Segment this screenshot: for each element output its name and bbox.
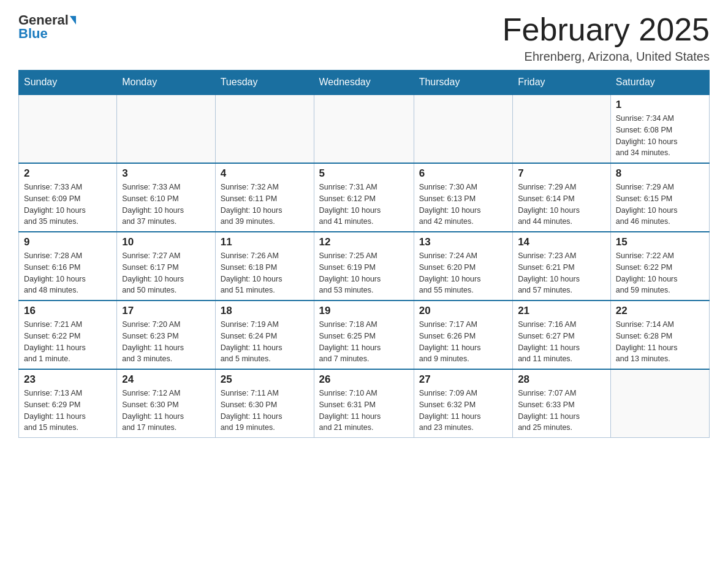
day-info: Sunrise: 7:23 AMSunset: 6:21 PMDaylight:… <box>518 250 605 296</box>
day-number: 3 <box>122 167 210 180</box>
calendar-cell-w5-d6: 28Sunrise: 7:07 AMSunset: 6:33 PMDayligh… <box>513 369 611 438</box>
day-info: Sunrise: 7:30 AMSunset: 6:13 PMDaylight:… <box>419 182 507 228</box>
logo: General Blue <box>18 12 76 42</box>
day-info: Sunrise: 7:28 AMSunset: 6:16 PMDaylight:… <box>24 250 112 296</box>
calendar-cell-w3-d2: 10Sunrise: 7:27 AMSunset: 6:17 PMDayligh… <box>117 232 215 301</box>
page-header: General Blue February 2025 Ehrenberg, Ar… <box>18 12 710 64</box>
header-friday: Friday <box>513 71 611 95</box>
header-monday: Monday <box>117 71 215 95</box>
day-number: 4 <box>221 167 309 180</box>
calendar-cell-w2-d5: 6Sunrise: 7:30 AMSunset: 6:13 PMDaylight… <box>414 163 512 232</box>
calendar-cell-w3-d4: 12Sunrise: 7:25 AMSunset: 6:19 PMDayligh… <box>314 232 414 301</box>
day-number: 9 <box>24 236 112 248</box>
logo-triangle-icon <box>70 16 76 25</box>
calendar-cell-w5-d3: 25Sunrise: 7:11 AMSunset: 6:30 PMDayligh… <box>215 369 314 438</box>
header-wednesday: Wednesday <box>314 71 414 95</box>
day-number: 28 <box>518 373 605 386</box>
day-number: 14 <box>518 236 605 248</box>
day-info: Sunrise: 7:33 AMSunset: 6:10 PMDaylight:… <box>122 182 210 228</box>
header-saturday: Saturday <box>610 71 709 95</box>
day-info: Sunrise: 7:20 AMSunset: 6:23 PMDaylight:… <box>122 319 210 365</box>
calendar-cell-w2-d1: 2Sunrise: 7:33 AMSunset: 6:09 PMDaylight… <box>19 163 117 232</box>
day-info: Sunrise: 7:25 AMSunset: 6:19 PMDaylight:… <box>319 250 409 296</box>
day-info: Sunrise: 7:29 AMSunset: 6:15 PMDaylight:… <box>616 182 704 228</box>
calendar-cell-w3-d6: 14Sunrise: 7:23 AMSunset: 6:21 PMDayligh… <box>513 232 611 301</box>
calendar-cell-w1-d7: 1Sunrise: 7:34 AMSunset: 6:08 PMDaylight… <box>610 94 709 163</box>
day-number: 10 <box>122 236 210 248</box>
logo-text-blue: Blue <box>18 26 48 42</box>
day-number: 20 <box>419 305 507 317</box>
calendar-header-row: Sunday Monday Tuesday Wednesday Thursday… <box>19 71 710 95</box>
calendar-cell-w4-d5: 20Sunrise: 7:17 AMSunset: 6:26 PMDayligh… <box>414 301 512 369</box>
calendar-cell-w3-d5: 13Sunrise: 7:24 AMSunset: 6:20 PMDayligh… <box>414 232 512 301</box>
day-info: Sunrise: 7:33 AMSunset: 6:09 PMDaylight:… <box>24 182 112 228</box>
calendar-cell-w1-d5 <box>414 94 512 163</box>
day-info: Sunrise: 7:12 AMSunset: 6:30 PMDaylight:… <box>122 388 210 434</box>
week-row-5: 23Sunrise: 7:13 AMSunset: 6:29 PMDayligh… <box>19 369 710 438</box>
day-number: 26 <box>319 373 409 386</box>
day-number: 7 <box>518 167 605 180</box>
header-sunday: Sunday <box>19 71 117 95</box>
calendar-cell-w3-d3: 11Sunrise: 7:26 AMSunset: 6:18 PMDayligh… <box>215 232 314 301</box>
calendar-cell-w5-d2: 24Sunrise: 7:12 AMSunset: 6:30 PMDayligh… <box>117 369 215 438</box>
week-row-4: 16Sunrise: 7:21 AMSunset: 6:22 PMDayligh… <box>19 301 710 369</box>
calendar-cell-w2-d2: 3Sunrise: 7:33 AMSunset: 6:10 PMDaylight… <box>117 163 215 232</box>
day-number: 24 <box>122 373 210 386</box>
calendar-cell-w2-d7: 8Sunrise: 7:29 AMSunset: 6:15 PMDaylight… <box>610 163 709 232</box>
calendar-cell-w4-d6: 21Sunrise: 7:16 AMSunset: 6:27 PMDayligh… <box>513 301 611 369</box>
day-number: 17 <box>122 305 210 317</box>
title-section: February 2025 Ehrenberg, Arizona, United… <box>502 12 710 64</box>
day-number: 13 <box>419 236 507 248</box>
day-info: Sunrise: 7:14 AMSunset: 6:28 PMDaylight:… <box>616 319 704 365</box>
day-number: 11 <box>221 236 309 248</box>
day-info: Sunrise: 7:24 AMSunset: 6:20 PMDaylight:… <box>419 250 507 296</box>
day-info: Sunrise: 7:18 AMSunset: 6:25 PMDaylight:… <box>319 319 409 365</box>
day-number: 5 <box>319 167 409 180</box>
month-title: February 2025 <box>502 12 710 47</box>
day-info: Sunrise: 7:16 AMSunset: 6:27 PMDaylight:… <box>518 319 605 365</box>
day-number: 27 <box>419 373 507 386</box>
calendar-cell-w2-d6: 7Sunrise: 7:29 AMSunset: 6:14 PMDaylight… <box>513 163 611 232</box>
calendar-cell-w5-d5: 27Sunrise: 7:09 AMSunset: 6:32 PMDayligh… <box>414 369 512 438</box>
day-info: Sunrise: 7:29 AMSunset: 6:14 PMDaylight:… <box>518 182 605 228</box>
calendar-table: Sunday Monday Tuesday Wednesday Thursday… <box>18 70 710 438</box>
calendar-cell-w5-d4: 26Sunrise: 7:10 AMSunset: 6:31 PMDayligh… <box>314 369 414 438</box>
calendar-cell-w5-d7 <box>610 369 709 438</box>
calendar-cell-w5-d1: 23Sunrise: 7:13 AMSunset: 6:29 PMDayligh… <box>19 369 117 438</box>
day-info: Sunrise: 7:21 AMSunset: 6:22 PMDaylight:… <box>24 319 112 365</box>
week-row-2: 2Sunrise: 7:33 AMSunset: 6:09 PMDaylight… <box>19 163 710 232</box>
week-row-1: 1Sunrise: 7:34 AMSunset: 6:08 PMDaylight… <box>19 94 710 163</box>
day-info: Sunrise: 7:32 AMSunset: 6:11 PMDaylight:… <box>221 182 309 228</box>
day-number: 21 <box>518 305 605 317</box>
day-number: 6 <box>419 167 507 180</box>
calendar-cell-w2-d3: 4Sunrise: 7:32 AMSunset: 6:11 PMDaylight… <box>215 163 314 232</box>
location: Ehrenberg, Arizona, United States <box>502 50 710 64</box>
day-info: Sunrise: 7:22 AMSunset: 6:22 PMDaylight:… <box>616 250 704 296</box>
calendar-cell-w3-d7: 15Sunrise: 7:22 AMSunset: 6:22 PMDayligh… <box>610 232 709 301</box>
day-number: 25 <box>221 373 309 386</box>
calendar-cell-w4-d7: 22Sunrise: 7:14 AMSunset: 6:28 PMDayligh… <box>610 301 709 369</box>
header-thursday: Thursday <box>414 71 512 95</box>
day-number: 23 <box>24 373 112 386</box>
calendar-cell-w4-d1: 16Sunrise: 7:21 AMSunset: 6:22 PMDayligh… <box>19 301 117 369</box>
calendar-cell-w1-d2 <box>117 94 215 163</box>
day-info: Sunrise: 7:19 AMSunset: 6:24 PMDaylight:… <box>221 319 309 365</box>
day-info: Sunrise: 7:34 AMSunset: 6:08 PMDaylight:… <box>616 113 704 159</box>
day-number: 8 <box>616 167 704 180</box>
day-number: 16 <box>24 305 112 317</box>
week-row-3: 9Sunrise: 7:28 AMSunset: 6:16 PMDaylight… <box>19 232 710 301</box>
calendar-cell-w1-d1 <box>19 94 117 163</box>
day-info: Sunrise: 7:27 AMSunset: 6:17 PMDaylight:… <box>122 250 210 296</box>
day-info: Sunrise: 7:07 AMSunset: 6:33 PMDaylight:… <box>518 388 605 434</box>
day-info: Sunrise: 7:10 AMSunset: 6:31 PMDaylight:… <box>319 388 409 434</box>
day-number: 15 <box>616 236 704 248</box>
calendar-cell-w4-d3: 18Sunrise: 7:19 AMSunset: 6:24 PMDayligh… <box>215 301 314 369</box>
day-number: 1 <box>616 99 704 111</box>
calendar-cell-w1-d6 <box>513 94 611 163</box>
day-info: Sunrise: 7:31 AMSunset: 6:12 PMDaylight:… <box>319 182 409 228</box>
day-number: 2 <box>24 167 112 180</box>
day-info: Sunrise: 7:11 AMSunset: 6:30 PMDaylight:… <box>221 388 309 434</box>
header-tuesday: Tuesday <box>215 71 314 95</box>
calendar-cell-w1-d4 <box>314 94 414 163</box>
day-number: 19 <box>319 305 409 317</box>
